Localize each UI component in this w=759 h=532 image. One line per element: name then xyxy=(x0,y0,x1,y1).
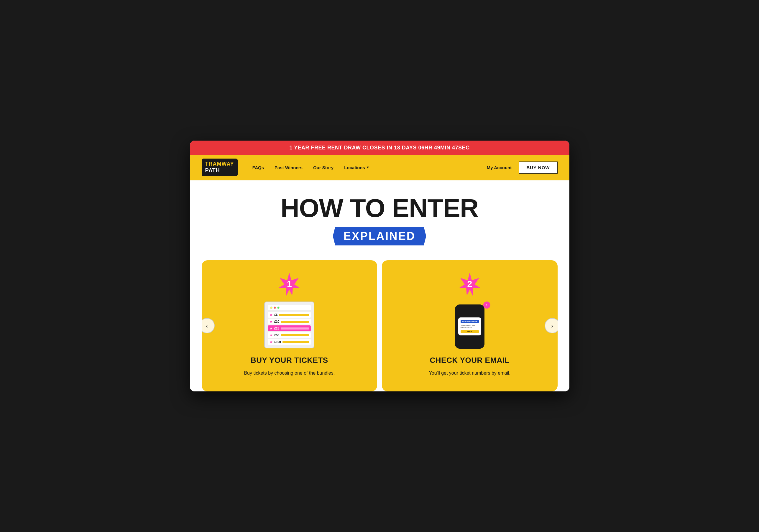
ticket-rows: ★ £6 ★ £10 ★ xyxy=(268,312,311,345)
ticket-row-5: ★ £100 xyxy=(268,339,311,345)
ticket-star-3: ★ xyxy=(269,326,273,330)
chevron-down-icon: ▾ xyxy=(367,165,369,170)
ticket-row-2: ★ £10 xyxy=(268,319,311,324)
message-content: YourTramway Path ticket numbers xyxy=(460,324,479,329)
ticket-bar-5 xyxy=(283,341,309,343)
open-button: OPEN xyxy=(460,330,479,333)
ticket-row-3: ★ £25 xyxy=(268,325,311,331)
browser-bar xyxy=(268,305,311,311)
browser-frame: 1 YEAR FREE RENT DRAW CLOSES IN 18 DAYS … xyxy=(190,140,569,391)
notification-dot: 1 xyxy=(483,301,490,309)
nav-right: My Account BUY NOW xyxy=(487,162,558,173)
card-1-title: BUY YOUR TICKETS xyxy=(251,356,328,365)
phone-body: NEW MESSAGE YourTramway Path ticket numb… xyxy=(455,304,485,349)
ticket-bundle-illustration: ★ £6 ★ £10 ★ xyxy=(264,301,314,348)
cards-wrapper: ‹ 1 xyxy=(190,260,569,392)
ticket-row-1: ★ £6 xyxy=(268,312,311,318)
navbar: TRAMWAY PATH FAQs Past Winners Our Story… xyxy=(190,155,569,180)
ticket-bar-2 xyxy=(281,321,309,323)
ticket-row-4: ★ £50 xyxy=(268,332,311,338)
carousel-next-button[interactable]: › xyxy=(545,318,558,333)
card-1-desc: Buy tickets by choosing one of the bundl… xyxy=(244,370,335,377)
phone-email-wrapper: NEW MESSAGE YourTramway Path ticket numb… xyxy=(446,301,493,349)
nav-link-our-story[interactable]: Our Story xyxy=(313,165,334,170)
browser-dot-2 xyxy=(274,307,276,309)
ticket-amount-5: £100 xyxy=(274,340,281,344)
ticket-star-5: ★ xyxy=(269,340,273,344)
nav-link-locations[interactable]: Locations ▾ xyxy=(344,165,369,170)
step-number-1: 1 xyxy=(287,279,292,289)
chevron-left-icon: ‹ xyxy=(206,323,208,329)
new-message-badge: NEW MESSAGE xyxy=(460,320,479,323)
cards-container: ‹ 1 xyxy=(202,260,558,392)
announcement-bar: 1 YEAR FREE RENT DRAW CLOSES IN 18 DAYS … xyxy=(190,140,569,155)
card-1-illustration: ★ £6 ★ £10 ★ xyxy=(263,301,316,349)
card-2-desc: You'll get your ticket numbers by email. xyxy=(429,370,510,377)
card-2-title: CHECK YOUR EMAIL xyxy=(430,356,509,365)
hero-title: HOW TO ENTER xyxy=(202,195,558,221)
card-step-1: 1 ★ xyxy=(202,260,378,392)
my-account-link[interactable]: My Account xyxy=(487,165,512,170)
chevron-right-icon: › xyxy=(551,323,553,329)
logo-line2: PATH xyxy=(205,168,234,174)
ticket-star-4: ★ xyxy=(269,333,273,337)
message-bubble: NEW MESSAGE YourTramway Path ticket numb… xyxy=(458,318,481,336)
ticket-amount-1: £6 xyxy=(274,313,277,317)
step-badge-1: 1 xyxy=(277,272,301,296)
step-badge-2: 2 xyxy=(458,272,482,296)
nav-link-past-winners[interactable]: Past Winners xyxy=(274,165,302,170)
logo-line1: TRAMWAY xyxy=(205,161,234,168)
ticket-amount-3: £25 xyxy=(274,327,279,330)
announcement-text: 1 YEAR FREE RENT DRAW CLOSES IN 18 DAYS … xyxy=(289,145,469,151)
nav-link-faqs[interactable]: FAQs xyxy=(253,165,264,170)
explained-badge: EXPLAINED xyxy=(202,227,558,246)
ticket-bar-4 xyxy=(281,334,309,336)
ticket-amount-4: £50 xyxy=(274,334,279,337)
ticket-star-1: ★ xyxy=(269,313,273,317)
nav-links: FAQs Past Winners Our Story Locations ▾ xyxy=(253,165,487,170)
explained-text: EXPLAINED xyxy=(333,227,426,246)
browser-dot-1 xyxy=(270,307,272,309)
card-step-2: 2 NEW MESSAGE YourTramway Path ticket nu… xyxy=(382,260,558,392)
browser-dot-3 xyxy=(277,307,280,309)
logo-box: TRAMWAY PATH xyxy=(202,159,238,176)
step-number-2: 2 xyxy=(467,279,472,289)
ticket-star-2: ★ xyxy=(269,320,273,323)
main-content: HOW TO ENTER EXPLAINED ‹ 1 xyxy=(190,180,569,392)
ticket-amount-2: £10 xyxy=(274,320,279,323)
ticket-bar-1 xyxy=(279,314,309,316)
buy-now-button[interactable]: BUY NOW xyxy=(519,162,557,173)
nav-link-locations-label: Locations xyxy=(344,165,365,170)
card-2-illustration: NEW MESSAGE YourTramway Path ticket numb… xyxy=(443,301,496,349)
ticket-bar-3 xyxy=(281,327,309,329)
logo[interactable]: TRAMWAY PATH xyxy=(202,159,238,176)
